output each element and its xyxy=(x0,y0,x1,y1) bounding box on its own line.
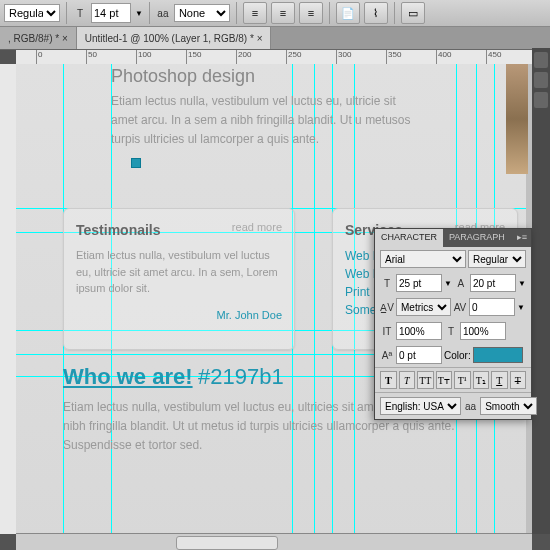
card-title: Testimonails xyxy=(76,222,161,238)
superscript-button[interactable]: T¹ xyxy=(454,371,471,389)
italic-button[interactable]: T xyxy=(399,371,416,389)
antialias-select[interactable]: Smooth xyxy=(480,397,537,415)
separator xyxy=(236,2,237,24)
section-title: Photoshop design xyxy=(111,66,255,87)
who-we-are-heading: Who we are! xyxy=(63,364,193,390)
warp-text-button[interactable]: ⌇ xyxy=(364,2,388,24)
separator xyxy=(329,2,330,24)
subscript-button[interactable]: T₁ xyxy=(473,371,490,389)
align-right-button[interactable]: ≡ xyxy=(299,2,323,24)
testimonials-card: Testimonails read more Etiam lectus null… xyxy=(63,208,295,350)
tab-label: Untitled-1 @ 100% (Layer 1, RGB/8) * × xyxy=(85,33,263,44)
tracking-icon: AV xyxy=(453,300,467,314)
dropdown-icon[interactable]: ▼ xyxy=(444,279,452,288)
panel-menu-icon[interactable]: ▸≡ xyxy=(513,229,531,247)
card-body: Etiam lectus nulla, vestibulum vel luctu… xyxy=(76,247,282,297)
bold-button[interactable]: T xyxy=(380,371,397,389)
font-size-input[interactable] xyxy=(91,3,131,23)
language-select[interactable]: English: USA xyxy=(380,397,461,415)
testimonial-author: Mr. John Doe xyxy=(76,309,282,321)
panel-icon[interactable] xyxy=(534,52,548,68)
color-label: Color: xyxy=(444,350,471,361)
allcaps-button[interactable]: TT xyxy=(417,371,434,389)
dropdown-icon[interactable]: ▼ xyxy=(135,9,143,18)
hscale-icon: T xyxy=(444,324,458,338)
panel-icon[interactable] xyxy=(534,92,548,108)
char-panel-button[interactable]: 📄 xyxy=(336,2,360,24)
baseline-field[interactable] xyxy=(396,346,442,364)
antialias-icon: aa xyxy=(465,399,476,413)
font-family-select[interactable]: Arial xyxy=(380,250,466,268)
antialias-select[interactable]: None xyxy=(174,4,230,22)
tab-paragraph[interactable]: PARAGRAPH xyxy=(443,229,511,247)
type-size-icon: T xyxy=(73,6,87,20)
font-size-icon: T xyxy=(380,276,394,290)
baseline-icon: Aª xyxy=(380,348,394,362)
separator xyxy=(66,2,67,24)
font-size-field[interactable] xyxy=(396,274,442,292)
body-text: Etiam lectus nulla, vestibulum vel luctu… xyxy=(111,92,421,150)
panel-toggle-button[interactable]: ▭ xyxy=(401,2,425,24)
separator xyxy=(149,2,150,24)
font-weight-select[interactable]: Regular xyxy=(4,4,60,22)
align-center-button[interactable]: ≡ xyxy=(271,2,295,24)
vertical-ruler[interactable] xyxy=(0,64,17,534)
dropdown-icon[interactable]: ▼ xyxy=(517,303,525,312)
font-style-select[interactable]: Regular xyxy=(468,250,526,268)
tab-label: , RGB/8#) * × xyxy=(8,33,68,44)
separator xyxy=(394,2,395,24)
horizontal-scrollbar[interactable] xyxy=(16,533,532,550)
leading-field[interactable] xyxy=(470,274,516,292)
scrollbar-thumb[interactable] xyxy=(176,536,278,550)
hscale-field[interactable] xyxy=(460,322,506,340)
kerning-select[interactable]: Metrics xyxy=(396,298,451,316)
kerning-icon: A̲V xyxy=(380,300,394,314)
color-hex-label: #2197b1 xyxy=(198,364,284,390)
read-more-link[interactable]: read more xyxy=(232,221,282,233)
vscale-icon: IT xyxy=(380,324,394,338)
tracking-field[interactable] xyxy=(469,298,515,316)
document-tab[interactable]: Untitled-1 @ 100% (Layer 1, RGB/8) * × xyxy=(77,27,272,49)
document-tab[interactable]: , RGB/8#) * × xyxy=(0,27,77,49)
transform-handle[interactable] xyxy=(131,158,141,168)
leading-icon: A xyxy=(454,276,468,290)
vscale-field[interactable] xyxy=(396,322,442,340)
underline-button[interactable]: T xyxy=(491,371,508,389)
tab-character[interactable]: CHARACTER xyxy=(375,229,443,247)
text-color-swatch[interactable] xyxy=(473,347,523,363)
character-panel[interactable]: CHARACTER PARAGRAPH ▸≡ Arial Regular T ▼… xyxy=(374,228,532,420)
panel-icon[interactable] xyxy=(534,72,548,88)
right-tool-dock xyxy=(532,48,550,534)
antialias-icon: aa xyxy=(156,6,170,20)
align-left-button[interactable]: ≡ xyxy=(243,2,267,24)
smallcaps-button[interactable]: Tᴛ xyxy=(436,371,453,389)
image-thumbnail[interactable] xyxy=(506,64,528,174)
dropdown-icon[interactable]: ▼ xyxy=(518,279,526,288)
strikethrough-button[interactable]: T xyxy=(510,371,527,389)
